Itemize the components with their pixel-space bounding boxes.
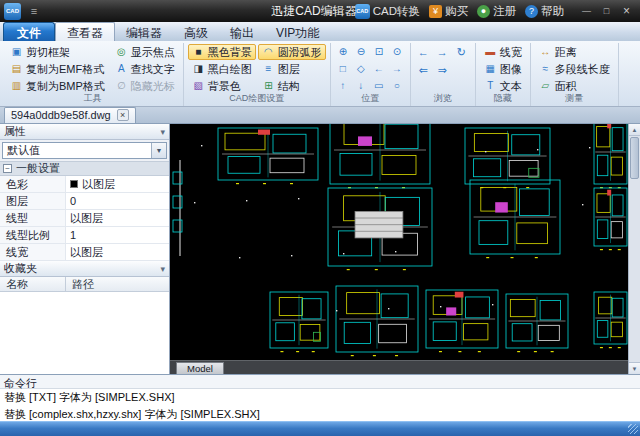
cart-icon: ¥ [429, 5, 442, 18]
view-rect-icon[interactable]: ▭ [371, 78, 387, 93]
color-swatch [70, 180, 78, 188]
favorites-col-path[interactable]: 路径 [66, 277, 94, 291]
document-tab[interactable]: 594a0ddb9e58f.dwg × [4, 107, 136, 123]
general-settings-section[interactable]: − 一般设置 [0, 161, 169, 176]
group-label-position: 位置 [331, 92, 410, 106]
smooth-arc-icon: ◠ [262, 47, 275, 57]
favorites-column-headers: 名称 路径 [0, 277, 169, 292]
window-title: 迅捷CAD编辑器 [271, 3, 356, 20]
bw-drawing-icon: ◨ [192, 64, 205, 74]
register-button[interactable]: ● 注册 [477, 4, 516, 19]
image-icon: ▦ [484, 64, 497, 74]
properties-header: 属性 ▾ [0, 124, 169, 140]
command-output-line: 替换 [TXT] 字体为 [SIMPLEX.SHX] [0, 389, 640, 406]
tab-model[interactable]: Model [176, 362, 224, 374]
background-color-icon: ▧ [192, 81, 205, 91]
ribbon-group-tools: ▣剪切框架 ▤复制为EMF格式 ▥复制为BMP格式 ◎显示焦点 A查找文字 ∅隐… [2, 43, 184, 106]
user-icon: ● [477, 5, 490, 18]
ribbon-tabstrip: 文件 查看器 编辑器 高级 输出 VIP功能 [0, 22, 640, 41]
view-circle-icon[interactable]: ○ [389, 78, 405, 93]
minimize-button[interactable]: — [577, 4, 596, 19]
hide-lineweight-button[interactable]: ▬线宽 [480, 44, 526, 60]
buy-button[interactable]: ¥ 购买 [429, 4, 468, 19]
zoom-window-icon[interactable]: ⊡ [371, 44, 387, 59]
property-row-lineweight[interactable]: 线宽 以图层 [0, 244, 169, 261]
group-label-tools: 工具 [2, 92, 183, 106]
layout-tabbar: Model [170, 360, 628, 374]
pan-icon[interactable]: □ [335, 61, 351, 76]
copy-emf-button[interactable]: ▤复制为EMF格式 [6, 61, 109, 77]
menu-icon[interactable]: ≡ [27, 5, 41, 17]
pan-right-icon[interactable]: → [389, 61, 405, 76]
find-text-button[interactable]: A查找文字 [111, 61, 179, 77]
scrollbar-thumb[interactable] [630, 137, 639, 179]
polyline-icon: ≈ [539, 64, 552, 74]
drawing-canvas[interactable] [170, 124, 628, 360]
tab-viewer[interactable]: 查看器 [55, 22, 115, 41]
last-view-icon[interactable]: ⇒ [434, 62, 451, 78]
app-logo-icon: CAD [4, 3, 21, 20]
back-icon[interactable]: ← [415, 44, 432, 60]
bw-drawing-button[interactable]: ◨黑白绘图 [188, 61, 256, 77]
copy-emf-icon: ▤ [10, 64, 23, 74]
status-bar [0, 421, 640, 436]
pan-down-icon[interactable]: ↓ [353, 78, 369, 93]
document-tabbar: 594a0ddb9e58f.dwg × [0, 107, 640, 124]
property-row-layer[interactable]: 图层 0 [0, 193, 169, 210]
group-label-hide: 隐藏 [476, 92, 530, 106]
black-background-button[interactable]: ■黑色背景 [188, 44, 256, 60]
tab-output[interactable]: 输出 [219, 23, 265, 41]
property-row-linetype-scale[interactable]: 线型比例 1 [0, 227, 169, 244]
fit-view-icon[interactable]: ◇ [353, 61, 369, 76]
group-label-cad-settings: CAD绘图设置 [184, 92, 330, 106]
hide-image-button[interactable]: ▦图像 [480, 61, 526, 77]
vertical-scrollbar[interactable]: ▲ ▼ [628, 124, 640, 374]
tab-editor[interactable]: 编辑器 [115, 23, 173, 41]
collapse-icon[interactable]: − [3, 164, 12, 173]
measure-distance-button[interactable]: ↔距离 [535, 44, 614, 60]
ribbon-group-position: ⊕ ⊖ ⊡ ⊙ □ ◇ ← → ↑ ↓ ▭ ○ 位置 [331, 43, 411, 106]
tab-file[interactable]: 文件 [3, 22, 55, 41]
lineweight-icon: ▬ [484, 47, 497, 57]
cad-drawing [170, 124, 628, 360]
favorites-list[interactable] [0, 292, 169, 376]
close-button[interactable]: × [617, 4, 636, 19]
hide-cursor-icon: ∅ [115, 81, 128, 91]
refresh-icon[interactable]: ↻ [453, 44, 470, 60]
maximize-button[interactable]: □ [597, 4, 616, 19]
cad-editor-window: CAD ≡ 迅捷CAD编辑器 CAD CAD转换 ¥ 购买 ● 注册 ? 帮助 … [0, 0, 640, 436]
favorites-title: 收藏夹 [4, 261, 37, 276]
measure-polyline-button[interactable]: ≈多段线长度 [535, 61, 614, 77]
show-focus-button[interactable]: ◎显示焦点 [111, 44, 179, 60]
ribbon-group-cad-settings: ■黑色背景 ◨黑白绘图 ▧背景色 ◠圆滑弧形 ≡图层 ⊞结构 CAD绘图设置 [184, 43, 331, 106]
tab-vip[interactable]: VIP功能 [265, 23, 330, 41]
property-row-linetype[interactable]: 线型 以图层 [0, 210, 169, 227]
properties-panel: 属性 ▾ 默认值 ▼ − 一般设置 色彩 以图层 图层 0 线型 以图层 线型比… [0, 124, 170, 374]
layers-button[interactable]: ≡图层 [258, 61, 326, 77]
forward-icon[interactable]: → [434, 44, 451, 60]
favorites-col-name[interactable]: 名称 [0, 277, 66, 291]
document-close-icon[interactable]: × [117, 109, 129, 121]
pan-left-icon[interactable]: ← [371, 61, 387, 76]
scroll-down-icon[interactable]: ▼ [629, 362, 640, 374]
structure-icon: ⊞ [262, 81, 275, 91]
smooth-arc-button[interactable]: ◠圆滑弧形 [258, 44, 326, 60]
ribbon-group-measure: ↔距离 ≈多段线长度 ▱面积 测量 [531, 43, 619, 106]
zoom-in-icon[interactable]: ⊕ [335, 44, 351, 59]
zoom-extents-icon[interactable]: ⊙ [389, 44, 405, 59]
pin-icon[interactable]: ▾ [160, 127, 165, 137]
cad-convert-button[interactable]: CAD CAD转换 [355, 4, 420, 19]
tab-advanced[interactable]: 高级 [173, 23, 219, 41]
favorites-pin-icon[interactable]: ▾ [160, 264, 165, 274]
clip-frame-button[interactable]: ▣剪切框架 [6, 44, 109, 60]
command-line-title: 命令行 [0, 375, 640, 389]
first-view-icon[interactable]: ⇐ [415, 62, 432, 78]
zoom-out-icon[interactable]: ⊖ [353, 44, 369, 59]
property-row-color[interactable]: 色彩 以图层 [0, 176, 169, 193]
pan-up-icon[interactable]: ↑ [335, 78, 351, 93]
help-button[interactable]: ? 帮助 [525, 4, 564, 19]
scroll-up-icon[interactable]: ▲ [629, 124, 640, 136]
area-icon: ▱ [539, 81, 552, 91]
property-preset-select[interactable]: 默认值 ▼ [2, 142, 167, 159]
resize-grip[interactable] [628, 424, 638, 434]
